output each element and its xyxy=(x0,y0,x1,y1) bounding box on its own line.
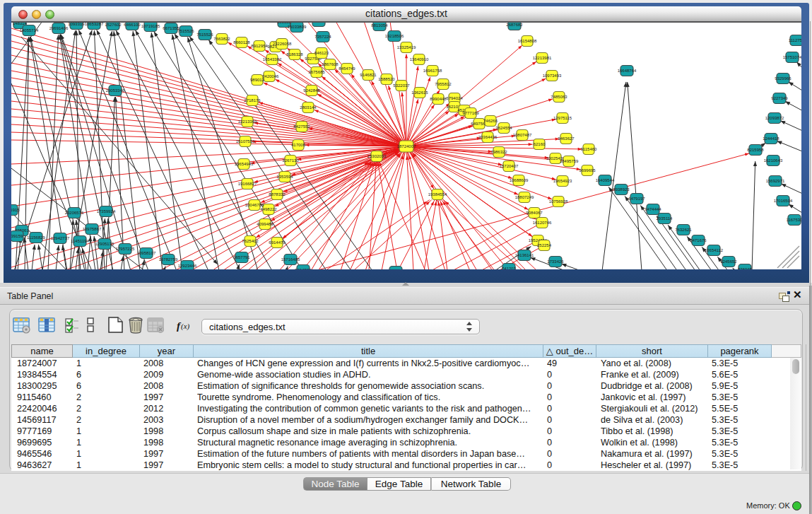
svg-text:2935114: 2935114 xyxy=(657,216,673,221)
svg-text:16107553: 16107553 xyxy=(236,139,255,144)
svg-text:16782759: 16782759 xyxy=(159,257,178,262)
svg-text:17957225: 17957225 xyxy=(116,247,135,251)
svg-text:3624554: 3624554 xyxy=(495,126,512,130)
svg-text:12975115: 12975115 xyxy=(553,116,572,120)
svg-text:18724007: 18724007 xyxy=(397,144,416,148)
svg-text:12093872: 12093872 xyxy=(765,116,784,120)
svg-text:15720407: 15720407 xyxy=(500,164,519,168)
svg-text:9474444: 9474444 xyxy=(645,207,661,211)
svg-text:19384554: 19384554 xyxy=(428,192,447,197)
svg-text:13325419: 13325419 xyxy=(397,45,416,49)
svg-text:10958107: 10958107 xyxy=(137,251,156,255)
svg-text:4498222: 4498222 xyxy=(260,207,277,211)
svg-text:16033809: 16033809 xyxy=(288,25,307,29)
svg-text:12942737: 12942737 xyxy=(51,236,70,240)
svg-text:19166827: 19166827 xyxy=(238,182,257,186)
svg-text:417006: 417006 xyxy=(291,143,306,147)
svg-text:9146821: 9146821 xyxy=(360,73,377,77)
svg-text:546123: 546123 xyxy=(314,51,329,55)
svg-text:10046788: 10046788 xyxy=(245,203,264,207)
svg-text:8454749: 8454749 xyxy=(339,66,355,71)
svg-text:11156829: 11156829 xyxy=(27,235,45,240)
svg-text:9463627: 9463627 xyxy=(558,136,575,141)
svg-text:16648764: 16648764 xyxy=(618,69,637,73)
svg-text:746266: 746266 xyxy=(483,119,498,123)
svg-text:3675685: 3675685 xyxy=(308,70,325,74)
svg-text:7955812: 7955812 xyxy=(435,82,452,86)
svg-text:7986322: 7986322 xyxy=(490,150,507,154)
svg-text:7485063: 7485063 xyxy=(551,95,567,99)
svg-text:14055714: 14055714 xyxy=(20,28,39,33)
svg-text:6914479: 6914479 xyxy=(269,240,286,245)
svg-text:6466100: 6466100 xyxy=(124,23,141,27)
svg-text:20691406: 20691406 xyxy=(49,26,69,30)
svg-text:1588520: 1588520 xyxy=(378,77,395,81)
svg-text:9699695: 9699695 xyxy=(579,168,596,173)
svg-text:2867608: 2867608 xyxy=(322,62,339,66)
svg-text:7515526: 7515526 xyxy=(196,33,213,37)
svg-text:15751074: 15751074 xyxy=(783,55,801,59)
svg-text:9657791: 9657791 xyxy=(233,255,250,259)
svg-text:1527602: 1527602 xyxy=(105,23,122,27)
svg-text:1093319: 1093319 xyxy=(68,23,85,26)
svg-text:1112753: 1112753 xyxy=(789,38,801,42)
svg-text:12923446: 12923446 xyxy=(178,264,197,268)
svg-text:8660128: 8660128 xyxy=(233,40,250,45)
svg-text:16961758: 16961758 xyxy=(423,69,442,73)
svg-text:10756928: 10756928 xyxy=(549,199,568,204)
svg-text:1244418: 1244418 xyxy=(763,136,779,141)
svg-text:12213981: 12213981 xyxy=(533,56,552,60)
svg-text:7632621: 7632621 xyxy=(675,228,692,232)
svg-text:1362615: 1362615 xyxy=(411,90,428,95)
svg-text:20053346: 20053346 xyxy=(106,88,125,93)
svg-text:(x): (x) xyxy=(181,322,190,331)
svg-text:16154808: 16154808 xyxy=(518,39,537,43)
svg-text:20206576: 20206576 xyxy=(65,211,84,215)
svg-text:2687682: 2687682 xyxy=(506,23,523,27)
svg-text:160338: 160338 xyxy=(277,23,292,24)
svg-text:12905135: 12905135 xyxy=(95,242,114,246)
svg-text:9777169: 9777169 xyxy=(462,111,479,115)
svg-text:15692971: 15692971 xyxy=(766,179,785,183)
svg-text:741203: 741203 xyxy=(502,267,517,269)
svg-text:4099489: 4099489 xyxy=(257,222,273,226)
svg-text:16409544: 16409544 xyxy=(596,178,615,182)
svg-text:6479197: 6479197 xyxy=(628,197,645,201)
svg-text:11451194: 11451194 xyxy=(71,239,89,243)
svg-text:19654943: 19654943 xyxy=(235,162,254,166)
svg-text:16120746: 16120746 xyxy=(533,221,552,225)
svg-text:18495759: 18495759 xyxy=(560,159,579,163)
svg-text:13640910: 13640910 xyxy=(410,57,429,62)
svg-text:9329966: 9329966 xyxy=(775,76,792,81)
svg-text:8471676: 8471676 xyxy=(690,238,707,243)
svg-text:7357224: 7357224 xyxy=(314,35,331,39)
svg-text:23226058: 23226058 xyxy=(273,42,292,46)
svg-text:876045: 876045 xyxy=(738,267,753,269)
svg-text:8427552: 8427552 xyxy=(293,124,310,129)
svg-text:39159: 39159 xyxy=(11,234,23,238)
svg-text:10654112: 10654112 xyxy=(705,248,724,252)
svg-text:8813054: 8813054 xyxy=(371,23,388,28)
svg-text:2718176: 2718176 xyxy=(244,98,261,103)
svg-text:20364436: 20364436 xyxy=(478,135,498,139)
svg-text:7663822: 7663822 xyxy=(213,37,230,41)
svg-text:9214502: 9214502 xyxy=(295,268,312,269)
svg-text:17016504: 17016504 xyxy=(774,199,793,203)
svg-text:19654923: 19654923 xyxy=(553,179,572,183)
svg-text:1733426: 1733426 xyxy=(547,259,564,264)
svg-text:7515526: 7515526 xyxy=(177,29,194,33)
svg-text:9227349: 9227349 xyxy=(771,96,788,100)
svg-text:8990448: 8990448 xyxy=(430,97,447,101)
svg-text:73572: 73572 xyxy=(313,23,325,23)
svg-text:5322037: 5322037 xyxy=(393,83,410,88)
svg-text:8912954: 8912954 xyxy=(251,44,268,48)
svg-text:8938923: 8938923 xyxy=(613,187,630,192)
svg-text:2626915: 2626915 xyxy=(11,208,20,212)
svg-text:2803144: 2803144 xyxy=(300,105,317,110)
svg-text:17359924: 17359924 xyxy=(97,209,116,214)
svg-text:3267130: 3267130 xyxy=(282,158,299,163)
svg-text:14136141: 14136141 xyxy=(515,253,534,257)
svg-text:10719185: 10719185 xyxy=(141,24,160,28)
svg-text:15716485: 15716485 xyxy=(281,257,300,262)
svg-text:9245652: 9245652 xyxy=(720,259,737,264)
